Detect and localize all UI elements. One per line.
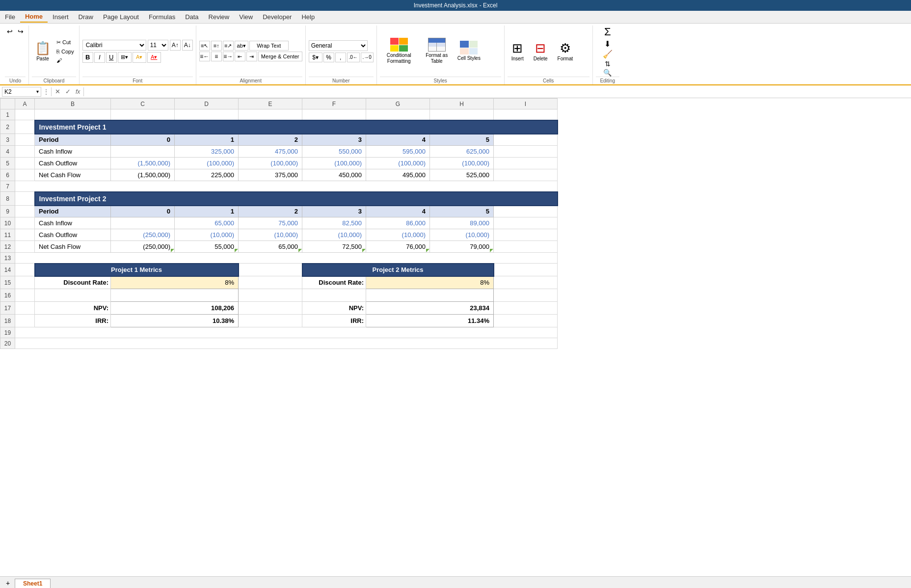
menu-review[interactable]: Review bbox=[204, 12, 235, 22]
format-painter-button[interactable]: 🖌 bbox=[54, 56, 76, 64]
redo-button[interactable]: ↪ bbox=[16, 26, 26, 37]
cell-b12[interactable]: Net Cash Flow bbox=[35, 241, 111, 253]
cell-f17-npv-label[interactable]: NPV: bbox=[302, 302, 366, 315]
conditional-formatting-button[interactable]: Conditional Formatting bbox=[380, 36, 418, 66]
cell-g18-irr-value[interactable]: 11.34% bbox=[366, 315, 494, 327]
cell-a18[interactable] bbox=[15, 315, 35, 327]
cell-g9[interactable]: 4 bbox=[366, 206, 430, 217]
cell-a11[interactable] bbox=[15, 229, 35, 241]
cell-e17[interactable] bbox=[239, 302, 302, 315]
cell-f1[interactable] bbox=[302, 109, 366, 120]
align-center-button[interactable]: ≡ bbox=[211, 52, 222, 61]
sheet-tab-1[interactable]: Sheet1 bbox=[15, 579, 51, 588]
row-header-7[interactable]: 7 bbox=[0, 181, 15, 192]
cell-d10[interactable]: 65,000 bbox=[175, 217, 239, 229]
cell-b2-project1-title[interactable]: Investment Project 1 bbox=[35, 120, 558, 134]
cell-f10[interactable]: 82,500 bbox=[302, 217, 366, 229]
col-header-f[interactable]: F bbox=[302, 99, 366, 109]
border-button[interactable]: ⊞▾ bbox=[118, 52, 132, 63]
row-header-17[interactable]: 17 bbox=[0, 302, 15, 315]
font-decrease-button[interactable]: A↓ bbox=[182, 40, 193, 51]
cell-c1[interactable] bbox=[111, 109, 175, 120]
align-right-button[interactable]: ≡→ bbox=[223, 52, 234, 61]
cell-h3[interactable]: 5 bbox=[430, 134, 494, 146]
cell-f14-metrics2-title[interactable]: Project 2 Metrics bbox=[302, 264, 494, 276]
undo-button[interactable]: ↩ bbox=[5, 26, 15, 37]
menu-formulas[interactable]: Formulas bbox=[144, 12, 180, 22]
cell-f5[interactable]: (100,000) bbox=[302, 158, 366, 169]
cell-b15-dr-label[interactable]: Discount Rate: bbox=[35, 276, 111, 289]
cell-e9[interactable]: 2 bbox=[239, 206, 302, 217]
cut-button[interactable]: ✂ Cut bbox=[54, 38, 76, 47]
cell-c12[interactable]: (250,000) bbox=[111, 241, 175, 253]
cell-ref-dropdown[interactable]: ▾ bbox=[36, 89, 39, 94]
cell-c9[interactable]: 0 bbox=[111, 206, 175, 217]
cell-e10[interactable]: 75,000 bbox=[239, 217, 302, 229]
cell-g1[interactable] bbox=[366, 109, 430, 120]
cell-d6[interactable]: 225,000 bbox=[175, 169, 239, 181]
fill-button[interactable]: ⬇ bbox=[604, 39, 611, 49]
cell-a14[interactable] bbox=[15, 264, 35, 276]
cell-a9[interactable] bbox=[15, 206, 35, 217]
cell-b4[interactable]: Cash Inflow bbox=[35, 146, 111, 158]
cell-f15-dr-label[interactable]: Discount Rate: bbox=[302, 276, 366, 289]
currency-button[interactable]: $▾ bbox=[309, 53, 322, 62]
cell-i18[interactable] bbox=[494, 315, 558, 327]
row-header-11[interactable]: 11 bbox=[0, 229, 15, 241]
font-name-select[interactable]: Calibri bbox=[82, 40, 146, 51]
row-header-12[interactable]: 12 bbox=[0, 241, 15, 253]
cell-g4[interactable]: 595,000 bbox=[366, 146, 430, 158]
row-header-13[interactable]: 13 bbox=[0, 253, 15, 264]
cell-i6[interactable] bbox=[494, 169, 558, 181]
align-top-right-button[interactable]: ≡↗ bbox=[223, 41, 234, 51]
cell-e6[interactable]: 375,000 bbox=[239, 169, 302, 181]
cell-e16[interactable] bbox=[239, 289, 302, 302]
cell-i14[interactable] bbox=[494, 264, 558, 276]
delete-button[interactable]: ⊟ Delete bbox=[530, 39, 552, 63]
cell-c17-npv-value[interactable]: 108,206 bbox=[111, 302, 239, 315]
cell-f12[interactable]: 72,500 bbox=[302, 241, 366, 253]
cell-b6[interactable]: Net Cash Flow bbox=[35, 169, 111, 181]
cell-h6[interactable]: 525,000 bbox=[430, 169, 494, 181]
col-header-a[interactable]: A bbox=[15, 99, 35, 109]
align-top-left-button[interactable]: ≡↖ bbox=[199, 41, 210, 51]
col-header-h[interactable]: H bbox=[430, 99, 494, 109]
increase-indent-button[interactable]: ⇥ bbox=[246, 52, 257, 61]
wrap-text-button[interactable]: Wrap Text bbox=[249, 41, 289, 51]
cell-e18[interactable] bbox=[239, 315, 302, 327]
cell-d1[interactable] bbox=[175, 109, 239, 120]
col-header-e[interactable]: E bbox=[239, 99, 302, 109]
row-header-9[interactable]: 9 bbox=[0, 206, 15, 217]
cell-i12[interactable] bbox=[494, 241, 558, 253]
cell-i4[interactable] bbox=[494, 146, 558, 158]
row-13-cells[interactable] bbox=[15, 253, 558, 264]
underline-button[interactable]: U bbox=[106, 52, 117, 63]
row-header-10[interactable]: 10 bbox=[0, 217, 15, 229]
row-header-3[interactable]: 3 bbox=[0, 134, 15, 146]
insert-button[interactable]: ⊞ Insert bbox=[508, 39, 528, 63]
cell-c4[interactable] bbox=[111, 146, 175, 158]
cell-a8[interactable] bbox=[15, 192, 35, 206]
row-header-15[interactable]: 15 bbox=[0, 276, 15, 289]
row-20-cells[interactable] bbox=[15, 338, 558, 349]
cell-a2[interactable] bbox=[15, 120, 35, 134]
cell-a12[interactable] bbox=[15, 241, 35, 253]
cell-g3[interactable]: 4 bbox=[366, 134, 430, 146]
cell-b8-project2-title[interactable]: Investment Project 2 bbox=[35, 192, 558, 206]
menu-data[interactable]: Data bbox=[180, 12, 203, 22]
cell-g11[interactable]: (10,000) bbox=[366, 229, 430, 241]
cell-c11[interactable]: (250,000) bbox=[111, 229, 175, 241]
format-as-table-button[interactable]: Format as Table bbox=[420, 36, 454, 66]
cell-e15[interactable] bbox=[239, 276, 302, 289]
cell-i11[interactable] bbox=[494, 229, 558, 241]
cell-a15[interactable] bbox=[15, 276, 35, 289]
increase-decimal-button[interactable]: .→0 bbox=[361, 53, 374, 62]
cell-i1[interactable] bbox=[494, 109, 558, 120]
col-header-b[interactable]: B bbox=[35, 99, 111, 109]
cell-e1[interactable] bbox=[239, 109, 302, 120]
row-header-8[interactable]: 8 bbox=[0, 192, 15, 206]
cell-e11[interactable]: (10,000) bbox=[239, 229, 302, 241]
cell-d4[interactable]: 325,000 bbox=[175, 146, 239, 158]
add-sheet-button[interactable]: + bbox=[2, 578, 14, 588]
cell-b1[interactable] bbox=[35, 109, 111, 120]
